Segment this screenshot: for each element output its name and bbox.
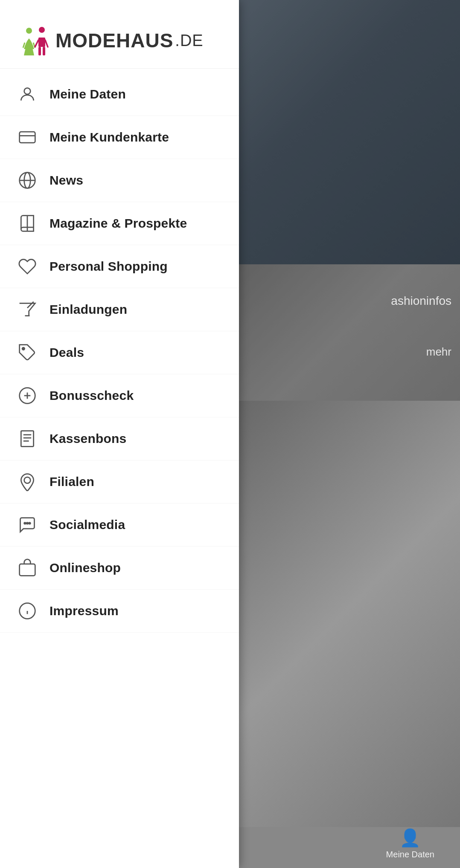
- menu-item-magazine[interactable]: Magazine & Prospekte: [0, 202, 239, 245]
- svg-point-24: [26, 523, 28, 524]
- info-icon: [15, 599, 39, 623]
- bg-fashioninfos-text: ashioninfos: [391, 294, 451, 308]
- svg-rect-18: [21, 431, 33, 447]
- menu-label-kassenbons: Kassenbons: [49, 431, 126, 446]
- chat-icon: [15, 513, 39, 537]
- menu-item-einladungen[interactable]: Einladungen: [0, 288, 239, 331]
- menu-item-impressum[interactable]: Impressum: [0, 590, 239, 633]
- menu-label-news: News: [49, 173, 83, 188]
- menu-label-meine-kundenkarte: Meine Kundenkarte: [49, 130, 169, 145]
- book-icon: [15, 211, 39, 235]
- tag-icon: [15, 341, 39, 365]
- menu-label-onlineshop: Onlineshop: [49, 561, 121, 575]
- svg-point-0: [26, 28, 32, 34]
- bg-meine-daten-area: 👤 Meine Daten: [386, 828, 434, 859]
- receipt-icon: [15, 427, 39, 451]
- menu-label-socialmedia: Socialmedia: [49, 518, 125, 532]
- svg-point-1: [39, 27, 45, 33]
- svg-rect-4: [43, 47, 45, 55]
- menu-item-news[interactable]: News: [0, 159, 239, 202]
- menu-label-magazine: Magazine & Prospekte: [49, 216, 187, 231]
- globe-icon: [15, 168, 39, 192]
- heart-icon: [15, 255, 39, 278]
- svg-rect-2: [38, 38, 45, 47]
- card-icon: [15, 125, 39, 149]
- logo-text: MODEHAUS: [55, 29, 173, 52]
- logo-area: MODEHAUS.de: [0, 0, 239, 69]
- menu-item-onlineshop[interactable]: Onlineshop: [0, 547, 239, 590]
- pin-icon: [15, 470, 39, 494]
- menu-item-deals[interactable]: Deals: [0, 331, 239, 374]
- logo-container: MODEHAUS.de: [15, 26, 224, 55]
- bg-mehr-text: mehr: [426, 345, 451, 359]
- menu-label-filialen: Filialen: [49, 475, 94, 489]
- svg-rect-6: [20, 132, 35, 143]
- navigation-drawer: MODEHAUS.de Meine DatenMeine Kundenkarte…: [0, 0, 239, 868]
- menu-item-kassenbons[interactable]: Kassenbons: [0, 417, 239, 460]
- menu-label-deals: Deals: [49, 345, 84, 360]
- logo-suffix: .de: [175, 32, 203, 50]
- svg-point-5: [24, 88, 31, 94]
- menu-label-meine-daten: Meine Daten: [49, 87, 126, 101]
- menu-item-meine-daten[interactable]: Meine Daten: [0, 73, 239, 116]
- menu-item-personal-shopping[interactable]: Personal Shopping: [0, 245, 239, 288]
- svg-rect-26: [20, 564, 35, 576]
- person-icon: [15, 82, 39, 106]
- bg-person-icon: 👤: [386, 828, 434, 848]
- menu-label-einladungen: Einladungen: [49, 302, 127, 317]
- plus-circle-icon: [15, 384, 39, 408]
- menu-label-impressum: Impressum: [49, 604, 119, 618]
- svg-point-14: [22, 347, 25, 350]
- menu-item-filialen[interactable]: Filialen: [0, 460, 239, 503]
- svg-point-25: [29, 523, 31, 524]
- cocktail-icon: [15, 298, 39, 321]
- svg-rect-3: [38, 47, 41, 55]
- menu-item-socialmedia[interactable]: Socialmedia: [0, 503, 239, 547]
- menu-label-personal-shopping: Personal Shopping: [49, 259, 168, 274]
- logo-figures-icon: [15, 26, 54, 55]
- bag-icon: [15, 556, 39, 580]
- menu-item-bonusscheck[interactable]: Bonusscheck: [0, 374, 239, 417]
- svg-point-23: [24, 523, 26, 524]
- menu-list: Meine DatenMeine KundenkarteNewsMagazine…: [0, 69, 239, 868]
- svg-point-22: [24, 477, 31, 483]
- menu-item-meine-kundenkarte[interactable]: Meine Kundenkarte: [0, 116, 239, 159]
- menu-label-bonusscheck: Bonusscheck: [49, 388, 134, 403]
- bg-meine-daten-label: Meine Daten: [386, 850, 434, 859]
